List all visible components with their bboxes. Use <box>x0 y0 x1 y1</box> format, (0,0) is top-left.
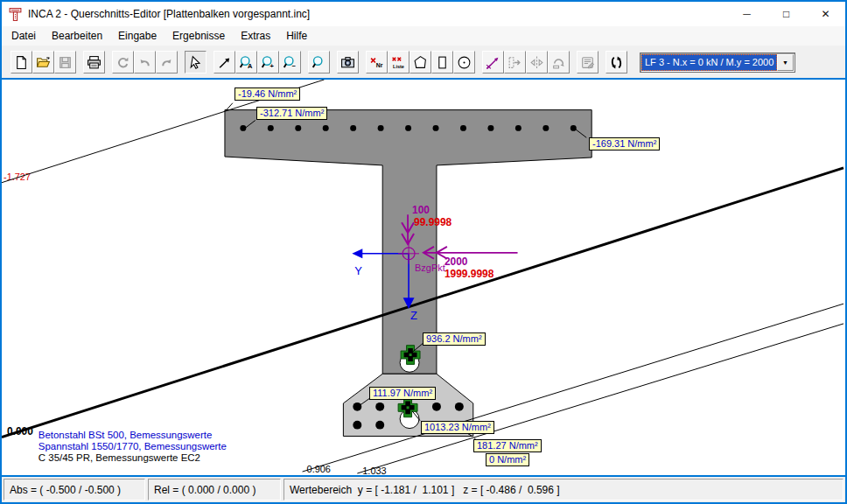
rebar-dot[interactable] <box>433 125 439 131</box>
toolbar-group <box>606 51 627 74</box>
pointer-mode-button[interactable] <box>214 51 235 74</box>
toolbar-group <box>337 51 359 74</box>
svg-text:A: A <box>248 61 253 69</box>
zoom-out-icon: − <box>283 55 298 70</box>
circle-icon <box>457 55 472 70</box>
loadcase-dropdown[interactable]: LF 3 - N.x = 0 kN / M.y = 2000 k ▼ <box>640 52 795 73</box>
svg-text:Nr: Nr <box>376 62 383 68</box>
loadcase-selected-value[interactable]: LF 3 - N.x = 0 kN / M.y = 2000 k <box>641 54 777 71</box>
rebar-dot[interactable] <box>542 125 549 131</box>
status-bar: Abs = ( -0.500 / -0.500 )Rel = ( 0.000 /… <box>2 477 845 502</box>
draw-polygon-button[interactable] <box>410 51 431 74</box>
material-legend-line: Betonstahl BSt 500, Bemessungswerte <box>38 430 213 440</box>
menu-bar: DateiBearbeitenEingabeErgebnisseExtrasHi… <box>2 26 845 46</box>
material-legend-line: C 35/45 PR, Bemessungswerte EC2 <box>38 452 200 463</box>
menu-hilfe[interactable]: Hilfe <box>278 26 315 46</box>
toolbar-group <box>308 51 330 74</box>
properties-button <box>577 51 598 74</box>
redo-button <box>156 51 178 74</box>
redo-icon <box>159 55 174 70</box>
draw-circle-button[interactable] <box>453 51 475 74</box>
delete-list-icon: Liste <box>391 55 406 70</box>
rebar-dot[interactable] <box>375 421 384 430</box>
draw-rectangle-button[interactable] <box>431 51 453 74</box>
zoom-out-button[interactable]: − <box>279 51 301 74</box>
menu-eingabe[interactable]: Eingabe <box>110 26 164 46</box>
strain-value-label: -1.727 <box>4 172 31 182</box>
y-axis-arrowhead <box>352 248 362 258</box>
insert-part-button <box>504 51 526 74</box>
insert-part-icon <box>508 55 522 70</box>
toolbar-group <box>185 51 206 74</box>
toolbar-group: NrListe <box>366 51 475 74</box>
y-axis-label: Y <box>354 264 362 277</box>
menu-bearbeiten[interactable]: Bearbeiten <box>44 26 110 46</box>
rebar-dot[interactable] <box>460 125 466 131</box>
app-icon <box>8 7 23 22</box>
chevron-down-icon[interactable]: ▼ <box>777 54 794 71</box>
minimize-button[interactable]: ─ <box>727 2 766 26</box>
toolbar-group <box>482 51 570 74</box>
force-actual-value: 99.9998 <box>414 216 452 228</box>
recalculate-button[interactable] <box>606 51 627 74</box>
rebar-dot[interactable] <box>268 125 274 131</box>
rebar-dot[interactable] <box>375 402 384 411</box>
zoom-in-icon: + <box>261 55 276 70</box>
zoom-window-icon <box>312 55 326 70</box>
rebar-dot[interactable] <box>487 125 494 131</box>
rebar-dot[interactable] <box>323 125 329 131</box>
rebar-dot[interactable] <box>455 402 464 411</box>
menu-ergebnisse[interactable]: Ergebnisse <box>164 26 233 46</box>
tendon-symbol-center <box>407 406 410 409</box>
svg-text:Liste: Liste <box>393 64 404 69</box>
delete-by-number-button[interactable]: Nr <box>366 51 388 74</box>
menu-datei[interactable]: Datei <box>4 26 44 46</box>
zoom-all-icon: A <box>239 55 254 70</box>
force-target-value: 2000 <box>444 256 468 268</box>
rebar-dot[interactable] <box>515 125 522 131</box>
zoom-all-button[interactable]: A <box>235 51 257 74</box>
status-abs: Abs = ( -0.500 / -0.500 ) <box>4 479 145 500</box>
print-button[interactable] <box>83 51 105 74</box>
select-tool-button[interactable] <box>185 51 206 74</box>
close-button[interactable]: ✕ <box>806 2 845 26</box>
drawing-canvas[interactable]: -1.7270.0000.9061.03310099.999820001999.… <box>2 78 845 477</box>
rebar-dot[interactable] <box>432 402 441 411</box>
rebar-dot[interactable] <box>350 125 356 131</box>
refresh-icon <box>609 55 624 70</box>
menu-extras[interactable]: Extras <box>233 26 278 46</box>
open-file-button[interactable] <box>32 51 54 74</box>
measure-button[interactable] <box>482 51 504 74</box>
rebar-dot[interactable] <box>570 125 577 131</box>
rotate-part-button <box>548 51 570 74</box>
toolbar-group <box>83 51 105 74</box>
delete-by-list-button[interactable]: Liste <box>388 51 410 74</box>
mirror-icon <box>529 55 544 70</box>
toolbar-group <box>10 51 76 74</box>
camera-icon <box>340 55 355 70</box>
rebar-dot[interactable] <box>295 125 301 131</box>
new-document-button[interactable] <box>10 51 32 74</box>
save-file-button <box>54 51 76 74</box>
rebar-dot[interactable] <box>353 402 361 411</box>
rebar-dot[interactable] <box>405 125 411 131</box>
app-window: INCA 2 - Querschnitts-Editor [Plattenbal… <box>0 0 847 504</box>
rebar-dot[interactable] <box>353 421 361 430</box>
toolbar: A+−NrListe LF 3 - N.x = 0 kN / M.y = 200… <box>2 46 845 78</box>
snapshot-button[interactable] <box>337 51 359 74</box>
maximize-button[interactable]: □ <box>766 2 806 26</box>
save-icon <box>58 55 73 70</box>
zoom-window-button[interactable] <box>308 51 330 74</box>
status-rel: Rel = ( 0.000 / 0.000 ) <box>148 479 281 500</box>
force-target-value: 100 <box>412 204 430 216</box>
select-cursor-icon <box>188 55 203 70</box>
material-legend-line: Spannstahl 1550/1770, Bemessungswerte <box>38 441 227 452</box>
polygon-icon <box>413 55 428 70</box>
properties-icon <box>580 55 595 70</box>
zoom-in-button[interactable]: + <box>257 51 279 74</box>
rebar-dot[interactable] <box>378 125 384 131</box>
rotate-view-icon <box>116 55 130 70</box>
label-leader-line <box>474 438 486 449</box>
title-bar: INCA 2 - Querschnitts-Editor [Plattenbal… <box>2 2 845 26</box>
refresh-view-button <box>112 51 134 74</box>
